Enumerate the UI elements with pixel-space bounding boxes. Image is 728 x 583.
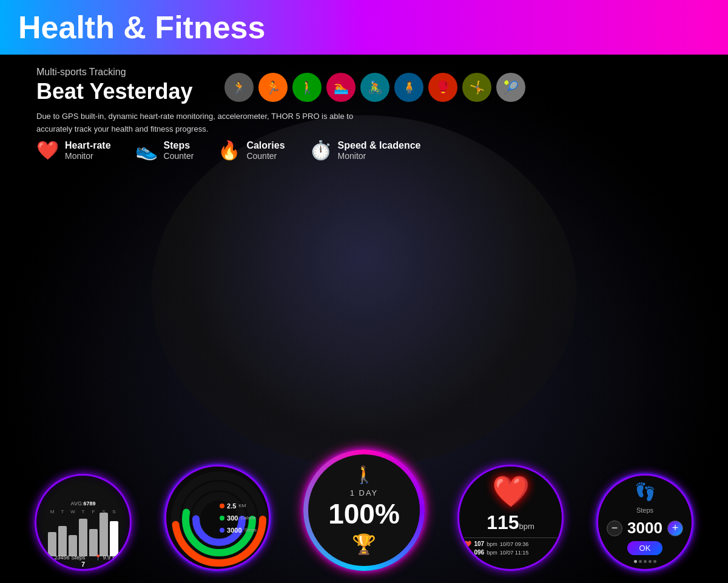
heart-hist-1: ❤️ 107 bpm 10/07 09:36	[464, 541, 556, 547]
feature-row: ❤️ Heart-rate Monitor 👟 Steps Counter 🔥 …	[36, 140, 421, 161]
steps-dot-1	[634, 560, 637, 563]
bar-1	[48, 532, 56, 556]
feature-steps-name: Steps	[164, 140, 194, 151]
heart-bpm-unit: bpm	[519, 522, 534, 531]
ring-steps: 3000 Steps	[220, 527, 257, 534]
steps-ok-button[interactable]: OK	[627, 541, 663, 555]
ring-steps-val: 3000	[227, 527, 241, 534]
bar-2	[58, 526, 67, 556]
avg-label: AVG:	[71, 500, 84, 507]
steps-counter-label: Steps	[636, 507, 653, 514]
page-title: Health & Fitness	[18, 9, 265, 45]
widget-heart-rate: ❤️ 115bpm ❤️ 107 bpm 10/07 09:36 ❤️ 096 …	[457, 465, 564, 571]
ring-steps-unit: Steps	[244, 527, 257, 533]
steps-dot-4	[649, 560, 652, 563]
feature-heartrate-sub: Monitor	[65, 151, 111, 161]
heart-hist-1-unit: bpm	[487, 541, 497, 547]
steps-dot-2	[639, 560, 642, 563]
achievement-trophy: 🏆	[352, 533, 376, 556]
steps-unit: Steps	[72, 554, 86, 561]
sport-icon-run: 🏃	[224, 73, 254, 102]
widget-achievement: 🚶 1 DAY 100% 🏆	[303, 450, 425, 571]
steps-dot-3	[644, 560, 647, 563]
steps-count: 23456	[54, 554, 69, 561]
widget-steps-counter: 👣 Steps − 3000 + OK	[596, 474, 693, 571]
heart-icon: ❤️	[36, 140, 59, 161]
steps-counter-value: 3000	[627, 519, 662, 538]
km-unit: Km	[112, 554, 121, 561]
ring-cal-val: 300	[227, 514, 238, 522]
heart-icon-big: ❤️	[492, 474, 530, 509]
feature-heartrate: ❤️ Heart-rate Monitor	[36, 140, 111, 161]
steps-dots	[634, 560, 656, 563]
km-val: 9.9	[103, 554, 111, 561]
sport-icon-cycle: 🚴	[360, 73, 389, 102]
steps-minus-button[interactable]: −	[607, 521, 622, 536]
feature-speed-name: Speed & Icadence	[338, 140, 421, 151]
feature-steps-sub: Counter	[164, 151, 194, 161]
steps-controls: − 3000 +	[607, 519, 683, 538]
widget-steps-chart: AVG:6789 M T W T F S S	[35, 474, 132, 571]
widget-bottom: 👣 23456 Steps 📍 9.9 Km	[36, 554, 130, 561]
heart-bpm-value: 115	[487, 511, 519, 533]
sport-icons-row: 🏃 🏃 🚶 🏊 🚴 🧍 🥊 🤸 🎾	[224, 73, 525, 102]
sport-icon-swim: 🏊	[326, 73, 356, 102]
achievement-figure-icon: 🚶	[354, 465, 375, 485]
main-content: Multi-sports Tracking Beat Yesterday Due…	[0, 55, 728, 583]
heart-hist-1-bpm: 107	[474, 541, 484, 547]
avg-value: 6789	[83, 500, 95, 507]
ring-km: 2.5 KM	[220, 502, 257, 510]
sport-icon-walk: 🚶	[292, 73, 322, 102]
feature-calories-name: Calories	[246, 140, 285, 151]
bar-5	[89, 529, 98, 556]
km-info: 📍 9.9 Km	[95, 554, 121, 561]
widgets-row: AVG:6789 M T W T F S S	[0, 450, 728, 571]
feature-calories: 🔥 Calories Counter	[218, 140, 285, 161]
bars-container	[48, 517, 118, 556]
heart-bpm-display: 115bpm	[487, 511, 534, 534]
rings-labels: 2.5 KM 300 Calorie 3000 Steps	[220, 502, 257, 534]
steps-plus-button[interactable]: +	[667, 521, 683, 536]
bar-3	[69, 535, 77, 556]
bar-4	[79, 519, 87, 556]
ring-km-val: 2.5	[227, 502, 236, 510]
background-person	[152, 115, 576, 467]
heart-history: ❤️ 107 bpm 10/07 09:36 ❤️ 096 bpm 10/07 …	[464, 538, 556, 558]
achievement-day: 1 DAY	[350, 488, 379, 497]
bar-6	[99, 513, 108, 556]
heart-hist-2: ❤️ 096 bpm 10/07 11:15	[464, 549, 556, 556]
feature-calories-sub: Counter	[246, 151, 285, 161]
ring-km-unit: KM	[238, 503, 246, 508]
achievement-inner: 🚶 1 DAY 100% 🏆	[308, 454, 420, 566]
achievement-percent: 100%	[328, 500, 400, 528]
heart-hist-2-time: 10/07 11:15	[500, 550, 529, 556]
feature-steps: 👟 Steps Counter	[135, 140, 194, 161]
description: Due to GPS built-in, dynamic heart-rate …	[36, 110, 388, 136]
heart-hist-2-unit: bpm	[487, 550, 497, 556]
heart-hist-2-bpm: 096	[474, 549, 484, 556]
sport-icon-sprint: 🏃	[258, 73, 288, 102]
calories-icon: 🔥	[218, 140, 240, 161]
steps-info: 👣 23456 Steps	[46, 554, 85, 561]
ring-cal-unit: Calorie	[240, 515, 255, 521]
speed-icon: ⏱️	[309, 140, 332, 161]
sport-icon-box: 🥊	[428, 73, 457, 102]
steps-counter-icon: 👣	[635, 482, 656, 502]
steps-dot-5	[653, 560, 656, 563]
sport-icon-gym: 🤸	[462, 73, 491, 102]
steps-icon: 👟	[135, 140, 158, 161]
widget-activity-rings: 2.5 KM 300 Calorie 3000 Steps	[164, 465, 271, 571]
header: Health & Fitness	[0, 0, 728, 55]
bar-7	[110, 521, 118, 556]
sport-icon-tennis: 🎾	[496, 73, 525, 102]
feature-speed-sub: Monitor	[338, 151, 421, 161]
ring-cal: 300 Calorie	[220, 514, 257, 522]
sport-icon-stand: 🧍	[394, 73, 423, 102]
day-number: 7	[81, 561, 85, 568]
feature-heartrate-name: Heart-rate	[65, 140, 111, 151]
achievement-outer: 🚶 1 DAY 100% 🏆	[303, 450, 425, 571]
feature-speed: ⏱️ Speed & Icadence Monitor	[309, 140, 421, 161]
heart-hist-1-time: 10/07 09:36	[500, 541, 529, 547]
